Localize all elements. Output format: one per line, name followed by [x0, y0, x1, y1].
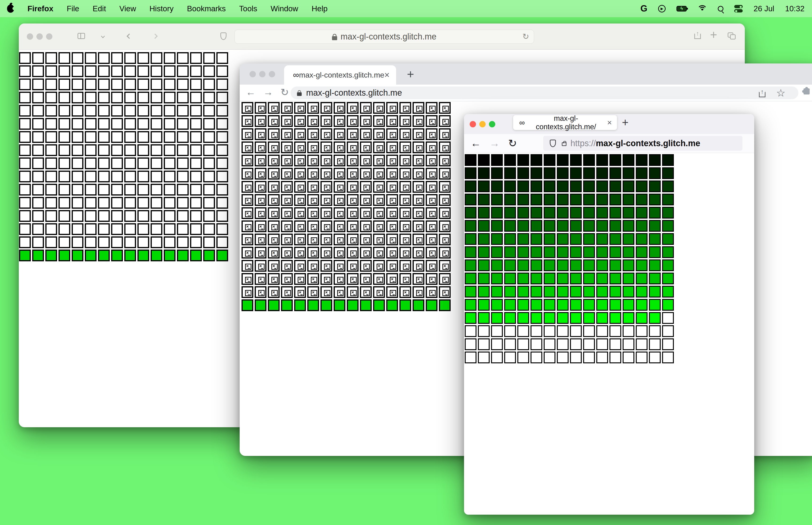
close-button[interactable]: [470, 121, 476, 127]
active-tab[interactable]: ∞ max-gl-contexts.glitch.me ×: [284, 65, 396, 85]
menu-edit[interactable]: Edit: [93, 4, 106, 13]
canvas-cell: [662, 233, 674, 245]
spotlight-search-icon[interactable]: [718, 6, 723, 12]
canvas-cell: ×: [399, 168, 411, 180]
google-status-icon[interactable]: G: [641, 3, 647, 14]
menu-file[interactable]: File: [67, 4, 79, 13]
canvas-cell: [662, 273, 674, 284]
reload-icon[interactable]: ↻: [523, 32, 530, 41]
new-tab-button[interactable]: +: [710, 28, 717, 42]
canvas-cell: [98, 131, 110, 143]
broken-image-icon: ×: [337, 106, 343, 112]
new-tab-button[interactable]: +: [407, 67, 414, 81]
canvas-cell: [72, 78, 83, 90]
canvas-cell: [531, 167, 542, 179]
canvas-cell: [504, 194, 516, 205]
back-button[interactable]: ←: [471, 137, 481, 149]
control-center-icon[interactable]: [734, 5, 743, 13]
tab-close-icon[interactable]: ×: [384, 70, 389, 80]
forward-button[interactable]: →: [489, 137, 500, 149]
broken-image-icon: ×: [390, 145, 396, 151]
canvas-cell: [164, 197, 175, 209]
canvas-cell: [610, 339, 621, 350]
broken-image-icon: ×: [403, 211, 409, 217]
canvas-cell: ×: [307, 194, 319, 206]
canvas-cell: ×: [360, 207, 372, 219]
tab-overview-icon[interactable]: [727, 32, 736, 40]
chevron-down-icon[interactable]: [101, 34, 105, 38]
new-tab-button[interactable]: +: [622, 116, 628, 129]
firefox-window: ∞ max-gl-contexts.glitch.me/ × + ← → ↻ h…: [464, 114, 754, 515]
broken-image-icon: ×: [416, 251, 423, 257]
broken-image-icon: ×: [285, 119, 291, 125]
back-button[interactable]: [127, 34, 132, 39]
close-button[interactable]: [27, 33, 33, 40]
canvas-cell: [465, 273, 476, 284]
canvas-cell: [85, 65, 96, 77]
menu-history[interactable]: History: [150, 4, 174, 13]
canvas-cell: [517, 154, 529, 166]
share-icon[interactable]: [759, 92, 765, 97]
tab-close-icon[interactable]: ×: [607, 118, 612, 127]
canvas-cell: [151, 92, 162, 103]
canvas-cell: [610, 154, 621, 166]
canvas-cell: [190, 131, 202, 143]
canvas-cell: ×: [307, 128, 319, 140]
canvas-cell: [478, 246, 490, 258]
menu-window[interactable]: Window: [271, 4, 298, 13]
zoom-button[interactable]: [269, 71, 275, 77]
apple-menu-icon[interactable]: [7, 5, 14, 13]
canvas-cell: [636, 273, 647, 284]
app-menu-firefox[interactable]: Firefox: [28, 4, 53, 13]
menu-view[interactable]: View: [119, 4, 136, 13]
broken-image-icon: ×: [311, 251, 317, 257]
address-bar[interactable]: https://max-gl-contexts.glitch.me: [543, 136, 742, 151]
zoom-button[interactable]: [489, 121, 495, 127]
broken-image-icon: ×: [271, 211, 278, 217]
canvas-cell: ×: [242, 260, 253, 272]
canvas-cell: [504, 180, 516, 192]
zoom-button[interactable]: [46, 33, 52, 40]
canvas-cell: ×: [413, 155, 424, 166]
forward-button[interactable]: →: [263, 87, 273, 98]
menubar-clock[interactable]: 10:32: [785, 4, 805, 13]
menu-tools[interactable]: Tools: [239, 4, 257, 13]
menu-help[interactable]: Help: [311, 4, 327, 13]
shield-icon[interactable]: [220, 32, 227, 40]
close-button[interactable]: [249, 71, 256, 77]
bookmark-star-icon[interactable]: ☆: [776, 87, 785, 99]
back-button[interactable]: ←: [246, 87, 256, 98]
canvas-cell: ×: [360, 168, 372, 180]
forward-button[interactable]: [153, 34, 158, 39]
broken-image-icon: ×: [390, 224, 396, 230]
broken-image-icon: ×: [324, 171, 330, 178]
canvas-cell: [111, 210, 123, 222]
menu-bookmarks[interactable]: Bookmarks: [187, 4, 226, 13]
canvas-cell: [32, 144, 44, 156]
canvas-cell: [32, 210, 44, 222]
broken-image-icon: ×: [271, 264, 278, 270]
share-icon[interactable]: [694, 33, 701, 39]
active-tab[interactable]: ∞ max-gl-contexts.glitch.me/ ×: [513, 115, 617, 130]
reload-button[interactable]: ↻: [508, 137, 517, 149]
battery-charging-icon[interactable]: ϟ: [676, 6, 687, 12]
address-bar[interactable]: max-gl-contexts.glitch.me ☆: [291, 87, 798, 99]
canvas-cell: [531, 273, 542, 284]
minimize-button[interactable]: [479, 121, 486, 127]
canvas-cell: ×: [386, 141, 398, 153]
extensions-puzzle-icon[interactable]: [803, 88, 810, 94]
menubar-date[interactable]: 26 Jul: [753, 4, 774, 13]
canvas-cell: [649, 207, 661, 219]
canvas-cell: [72, 105, 83, 117]
tracking-shield-icon[interactable]: [550, 139, 556, 147]
address-bar[interactable]: max-gl-contexts.glitch.me ↻: [234, 30, 534, 44]
reload-button[interactable]: ↻: [280, 87, 289, 98]
wifi-icon[interactable]: [698, 5, 707, 12]
minimize-button[interactable]: [259, 71, 265, 77]
media-play-icon[interactable]: ▶: [658, 5, 665, 13]
sidebar-icon[interactable]: [78, 33, 85, 39]
canvas-cell: ×: [242, 155, 253, 166]
canvas-cell: [504, 351, 516, 363]
minimize-button[interactable]: [36, 33, 43, 40]
canvas-cell: [583, 259, 595, 271]
